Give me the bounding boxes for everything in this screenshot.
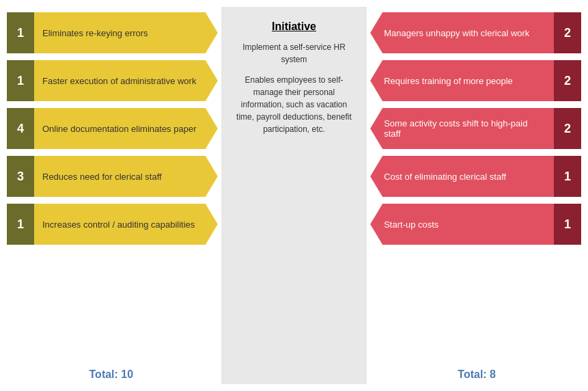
left-badge: 1 xyxy=(7,12,34,53)
right-label: Managers unhappy with clerical work xyxy=(370,12,554,53)
initiative-column: Initiative Implement a self-service HR s… xyxy=(221,7,367,384)
right-item: Start-up costs 1 xyxy=(370,204,581,245)
left-label: Eliminates re-keying errors xyxy=(34,12,218,53)
right-badge: 1 xyxy=(554,156,581,197)
initiative-description: Implement a self-service HR system Enabl… xyxy=(232,41,356,144)
right-badge: 1 xyxy=(554,204,581,245)
right-badge: 2 xyxy=(554,12,581,53)
left-badge: 4 xyxy=(7,108,34,149)
left-item: 1 Eliminates re-keying errors xyxy=(7,12,218,53)
left-item: 1 Faster execution of administrative wor… xyxy=(7,60,218,101)
right-label: Cost of eliminating clerical staff xyxy=(370,156,554,197)
right-item: Some activity costs shift to high-paid s… xyxy=(370,108,581,149)
costs-column: Managers unhappy with clerical work 2 Re… xyxy=(370,7,581,384)
left-item: 4 Online documentation eliminates paper xyxy=(7,108,218,149)
left-label: Increases control / auditing capabilitie… xyxy=(34,204,218,245)
initiative-paragraph2: Enables employees to self-manage their p… xyxy=(232,74,356,135)
left-label: Faster execution of administrative work xyxy=(34,60,218,101)
left-badge: 1 xyxy=(7,60,34,101)
right-label: Some activity costs shift to high-paid s… xyxy=(370,108,554,149)
left-badge: 1 xyxy=(7,204,34,245)
right-item: Managers unhappy with clerical work 2 xyxy=(370,12,581,53)
left-total: Total: 10 xyxy=(7,368,216,381)
right-label: Start-up costs xyxy=(370,204,554,245)
right-item: Cost of eliminating clerical staff 1 xyxy=(370,156,581,197)
benefits-column: 1 Eliminates re-keying errors 1 Faster e… xyxy=(7,7,218,384)
right-badge: 2 xyxy=(554,60,581,101)
totals-row: Total: 10 Total: 8 xyxy=(0,368,588,381)
initiative-title: Initiative xyxy=(272,21,316,33)
left-badge: 3 xyxy=(7,156,34,197)
center-spacer xyxy=(216,368,366,381)
left-label: Reduces need for clerical staff xyxy=(34,156,218,197)
left-item: 1 Increases control / auditing capabilit… xyxy=(7,204,218,245)
initiative-paragraph1: Implement a self-service HR system xyxy=(232,41,356,66)
left-label: Online documentation eliminates paper xyxy=(34,108,218,149)
right-total: Total: 8 xyxy=(372,368,581,381)
left-item: 3 Reduces need for clerical staff xyxy=(7,156,218,197)
right-badge: 2 xyxy=(554,108,581,149)
main-container: 1 Eliminates re-keying errors 1 Faster e… xyxy=(0,0,588,391)
right-item: Requires training of more people 2 xyxy=(370,60,581,101)
right-label: Requires training of more people xyxy=(370,60,554,101)
